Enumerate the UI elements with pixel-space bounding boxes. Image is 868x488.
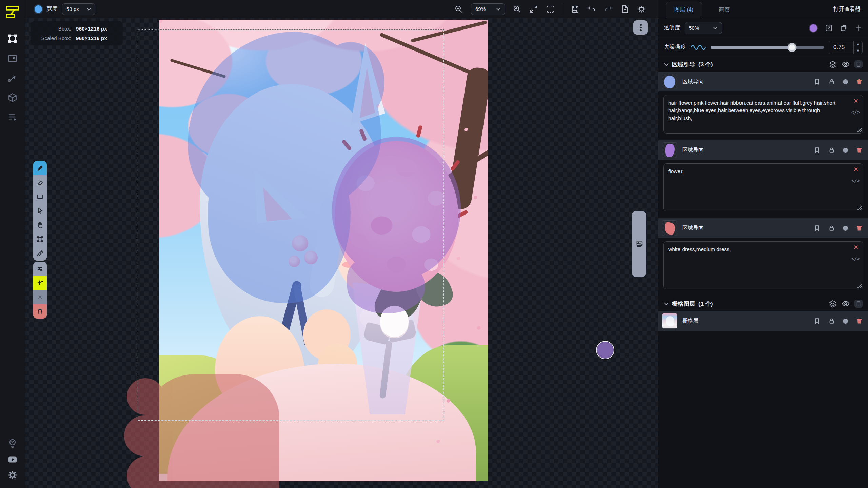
region-layer-label: 区域导向 [682,225,704,232]
solo-toggle-icon[interactable] [843,226,848,231]
denoise-slider[interactable] [711,46,824,49]
visibility-eye-icon[interactable] [842,300,850,308]
visibility-eye-icon[interactable] [842,60,850,68]
region-prompt-textarea[interactable]: hair flower,pink flower,hair ribbon,cat … [664,95,863,133]
solo-toggle-icon[interactable] [843,319,848,324]
zoom-level-select[interactable]: 69% [471,3,505,15]
region-layer-row[interactable]: 区域导向 [658,72,868,92]
delete-layer-icon[interactable] [856,147,863,154]
canvas-menu-kebab-button[interactable] [633,20,648,35]
brush-color-dot[interactable] [35,5,42,13]
queue-list-icon[interactable] [7,112,18,123]
collapse-chevron-icon[interactable] [664,63,669,66]
app-logo-icon[interactable] [5,5,20,20]
delete-layer-icon[interactable] [856,225,863,231]
raster-section-title: 栅格图层 [672,300,695,308]
canvas-settings-gear-icon[interactable] [637,5,646,14]
tips-bulb-icon[interactable] [7,438,18,449]
region-mask-thumbnail [662,74,677,89]
brush-width-label: 宽度 [46,5,57,13]
spin-down-icon[interactable]: ▼ [854,47,862,54]
region-layer-row[interactable]: 区域导向 [658,140,868,160]
canvas-workspace[interactable]: Bbox: 960×1216 px Scaled Bbox: 960×1216 … [25,18,658,488]
denoise-value-input[interactable]: 0.75 ▲ ▼ [829,41,863,54]
youtube-icon[interactable] [7,454,18,465]
code-view-icon[interactable]: </> [851,256,860,261]
resize-canvas-icon[interactable] [546,5,555,14]
raster-layer-row[interactable]: 栅格层 [658,311,868,331]
region-layer-row[interactable]: 区域导向 [658,218,868,238]
lock-icon[interactable] [828,318,835,324]
bbox-info-panel: Bbox: 960×1216 px Scaled Bbox: 960×1216 … [31,21,123,45]
solo-toggle-icon[interactable] [843,148,848,153]
code-view-icon[interactable]: </> [851,178,860,183]
brush-settings-button[interactable] [33,262,47,276]
zoom-out-icon[interactable] [454,5,463,14]
clear-prompt-icon[interactable]: ✕ [853,166,859,172]
opacity-select[interactable]: 50% [685,22,722,34]
solo-toggle-icon[interactable] [843,79,848,84]
delete-region-button[interactable] [33,304,47,319]
region-prompt-textarea[interactable]: white dress,medium dress, [664,242,863,289]
delete-layer-icon[interactable] [856,318,863,324]
lock-icon[interactable] [828,147,835,154]
eraser-tool-button[interactable] [33,175,47,189]
gallery-drawer-handle[interactable] [632,211,646,277]
region-prompt-textarea[interactable]: flower, [664,164,863,211]
tool-palette [33,161,47,261]
cube-3d-icon[interactable] [7,92,18,103]
lock-icon[interactable] [828,225,835,231]
panel-tabs: 图层 (4) 画廊 打开查看器 [658,0,868,18]
merge-layers-icon[interactable] [829,60,837,68]
isolate-frame-icon[interactable] [854,60,863,68]
bookmark-icon[interactable] [814,318,821,324]
redo-icon[interactable] [604,5,613,14]
duplicate-layer-icon[interactable] [840,24,848,32]
eyedropper-tool-button[interactable] [33,246,47,261]
brush-tool-button[interactable] [33,161,47,175]
isolate-frame-icon[interactable] [854,300,863,308]
new-file-icon[interactable] [620,5,629,14]
lock-icon[interactable] [828,78,835,85]
slider-thumb[interactable] [788,43,797,52]
frame-tool-icon[interactable] [7,53,18,64]
bookmark-icon[interactable] [814,225,821,231]
resize-mask-icon[interactable] [825,24,833,32]
select-tool-button[interactable] [33,204,47,218]
add-layer-icon[interactable] [855,24,863,32]
ai-generate-button[interactable] [33,276,47,290]
region-prompt-card: white dress,medium dress, ✕ </> [663,241,863,289]
clear-prompt-icon[interactable]: ✕ [853,98,859,104]
cancel-region-button[interactable]: ✕ [33,290,47,304]
open-viewer-link[interactable]: 打开查看器 [833,6,861,18]
selection-bbox[interactable] [138,29,444,421]
clear-prompt-icon[interactable]: ✕ [853,244,859,250]
code-view-icon[interactable]: </> [851,109,860,115]
fit-view-icon[interactable] [529,5,538,14]
curve-tool-icon[interactable] [7,73,18,83]
pan-hand-tool-button[interactable] [33,218,47,232]
merge-layers-icon[interactable] [829,300,837,308]
bbox-value: 960×1216 px [76,26,117,32]
settings-gear-icon[interactable] [7,470,18,481]
undo-icon[interactable] [587,5,596,14]
mask-color-swatch[interactable] [809,24,818,33]
transform-tool-button[interactable] [33,232,47,246]
brush-width-select[interactable]: 53 px [62,3,95,15]
save-icon[interactable] [571,5,579,14]
transform-tool-icon[interactable] [7,33,18,44]
zoom-in-icon[interactable] [513,5,521,14]
tab-layers[interactable]: 图层 (4) [666,2,702,18]
delete-layer-icon[interactable] [856,78,863,85]
region-layer-label: 区域导向 [682,147,704,154]
art-falling-petals [159,20,162,23]
collapse-chevron-icon[interactable] [664,302,669,305]
layers-panel: 图层 (4) 画廊 打开查看器 透明度 50% 去噪强度 [658,0,868,488]
left-sidebar [0,0,25,488]
rectangle-tool-button[interactable] [33,189,47,204]
bookmark-icon[interactable] [814,147,821,154]
bookmark-icon[interactable] [814,78,821,85]
tab-gallery[interactable]: 画廊 [711,2,738,18]
spin-up-icon[interactable]: ▲ [854,41,862,48]
opacity-label: 透明度 [664,24,680,32]
